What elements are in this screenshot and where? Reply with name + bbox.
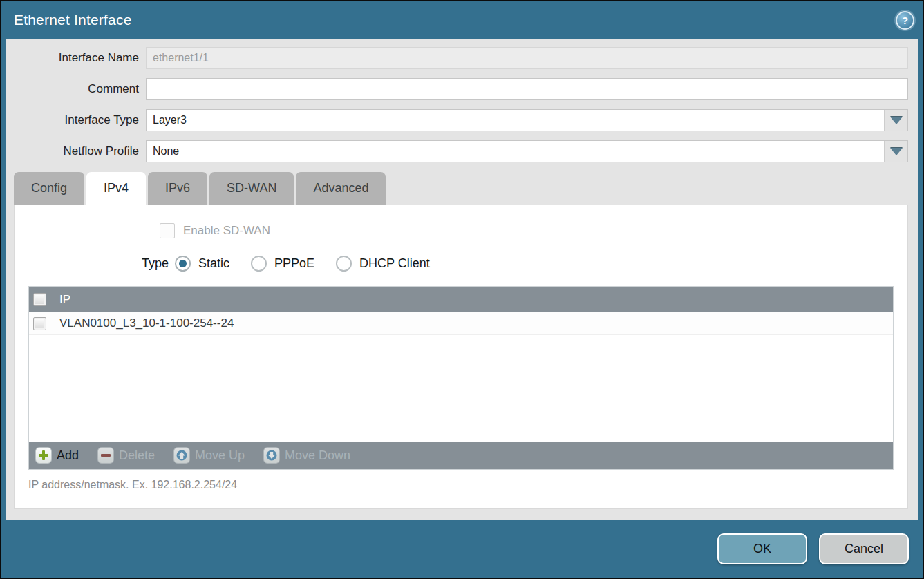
ip-column-header: IP	[50, 293, 70, 307]
radio-static-label: Static	[198, 256, 229, 271]
interface-type-dropdown-button[interactable]	[884, 110, 907, 131]
comment-row: Comment	[6, 78, 908, 100]
move-down-button-label: Move Down	[285, 448, 350, 463]
ip-format-hint: IP address/netmask. Ex. 192.168.2.254/24	[28, 479, 894, 491]
type-radio-group: Type Static PPPoE DHCP Client	[28, 254, 894, 272]
ethernet-interface-dialog: Ethernet Interface ? Interface Name Comm…	[0, 0, 924, 579]
interface-type-value: Layer3	[153, 114, 187, 126]
table-row[interactable]: VLAN0100_L3_10-1-100-254--24	[29, 312, 893, 335]
interface-name-label: Interface Name	[6, 51, 146, 65]
ip-table-body: VLAN0100_L3_10-1-100-254--24	[29, 312, 893, 442]
delete-button-label: Delete	[119, 448, 155, 463]
netflow-profile-dropdown-button[interactable]	[884, 141, 907, 162]
comment-field[interactable]	[146, 78, 908, 100]
ip-table: IP VLAN0100_L3_10-1-100-254--24	[28, 286, 894, 470]
radio-pppoe-label: PPPoE	[274, 256, 314, 271]
arrow-up-icon	[173, 447, 190, 464]
netflow-profile-select[interactable]: None	[146, 140, 908, 162]
interface-type-row: Interface Type Layer3	[6, 109, 908, 131]
move-up-button-label: Move Up	[195, 448, 245, 463]
ipv4-tab-panel: Enable SD-WAN Type Static PPPoE DHCP Cli…	[14, 205, 908, 509]
interface-type-label: Interface Type	[6, 113, 146, 127]
chevron-down-icon	[890, 117, 903, 124]
tab-config[interactable]: Config	[14, 172, 84, 205]
interface-name-row: Interface Name	[6, 47, 908, 69]
help-icon[interactable]: ?	[896, 11, 914, 30]
radio-pppoe[interactable]: PPPoE	[251, 256, 314, 272]
radio-dhcp-client-control[interactable]	[336, 256, 352, 272]
add-button[interactable]: Add	[35, 447, 79, 464]
ok-button[interactable]: OK	[717, 533, 807, 564]
select-all-checkbox[interactable]	[33, 293, 46, 306]
arrow-down-icon	[263, 447, 280, 464]
minus-icon	[97, 447, 114, 464]
tab-sdwan[interactable]: SD-WAN	[209, 172, 294, 205]
move-down-button: Move Down	[263, 447, 350, 464]
row-checkbox-cell	[29, 312, 50, 334]
comment-label: Comment	[6, 82, 146, 96]
netflow-profile-value: None	[153, 145, 179, 158]
ip-row-value: VLAN0100_L3_10-1-100-254--24	[50, 316, 234, 330]
row-checkbox[interactable]	[33, 317, 46, 330]
dialog-title: Ethernet Interface	[14, 12, 132, 28]
radio-pppoe-control[interactable]	[251, 256, 267, 272]
plus-icon	[35, 447, 52, 464]
enable-sdwan-row: Enable SD-WAN	[160, 222, 894, 239]
dialog-content: Interface Name Comment Interface Type La…	[6, 39, 918, 520]
netflow-profile-row: Netflow Profile None	[6, 140, 908, 162]
tab-strip: Config IPv4 IPv6 SD-WAN Advanced	[14, 172, 908, 205]
dialog-titlebar: Ethernet Interface ?	[1, 1, 923, 39]
chevron-down-icon	[890, 148, 903, 155]
type-label: Type	[28, 256, 175, 271]
delete-button: Delete	[97, 447, 155, 464]
cancel-button[interactable]: Cancel	[819, 533, 909, 564]
ip-table-toolbar: Add Delete	[29, 442, 893, 469]
radio-dhcp-client-label: DHCP Client	[359, 256, 430, 271]
header-checkbox-cell	[29, 287, 50, 312]
netflow-profile-label: Netflow Profile	[6, 144, 146, 158]
interface-name-field	[146, 47, 908, 69]
radio-dhcp-client[interactable]: DHCP Client	[336, 256, 430, 272]
tab-ipv4[interactable]: IPv4	[86, 172, 146, 205]
interface-type-select[interactable]: Layer3	[146, 109, 908, 131]
radio-static-control[interactable]	[175, 256, 191, 272]
add-button-label: Add	[57, 448, 79, 463]
dialog-footer: OK Cancel	[1, 520, 923, 578]
radio-static[interactable]: Static	[175, 256, 229, 272]
enable-sdwan-label: Enable SD-WAN	[183, 224, 270, 238]
enable-sdwan-checkbox	[160, 223, 175, 238]
dialog-frame: Ethernet Interface ? Interface Name Comm…	[1, 1, 923, 578]
ip-table-header: IP	[29, 287, 893, 312]
move-up-button: Move Up	[173, 447, 245, 464]
tab-advanced[interactable]: Advanced	[296, 172, 386, 205]
tab-ipv6[interactable]: IPv6	[148, 172, 207, 205]
